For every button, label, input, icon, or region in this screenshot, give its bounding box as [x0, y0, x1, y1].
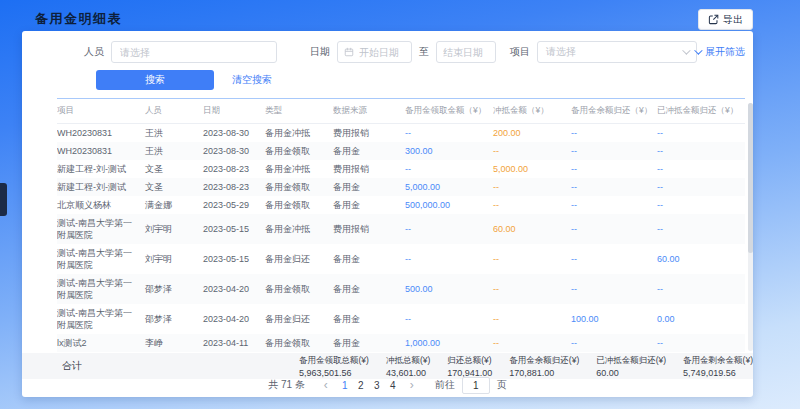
cell-source: 备用金: [333, 178, 405, 196]
table-row: 测试-南昌大学第一附属医院邵梦泽2023-04-20备用金归还备用金----10…: [57, 304, 745, 334]
export-button[interactable]: 导出: [698, 9, 753, 30]
cell-type: 备用金冲抵: [265, 214, 333, 244]
summary-item-label: 备用金余额归还(¥): [509, 355, 579, 367]
cell-offset-return: --: [657, 334, 745, 352]
cell-date: 2023-08-30: [203, 124, 265, 143]
column-header: 备用金余额归还（¥）: [571, 99, 657, 124]
summary-item-label: 冲抵总额(¥): [386, 355, 430, 367]
filter-actions: 搜索 清空搜索: [22, 69, 272, 90]
cell-date: 2023-05-15: [203, 244, 265, 274]
cell-date: 2023-04-11: [203, 334, 265, 352]
column-header: 冲抵金额（¥）: [493, 99, 571, 124]
cell-project: WH20230831: [57, 142, 145, 160]
pagination: 共 71 条 ‹ 1234 › 前往 页: [22, 376, 753, 394]
column-header: 人员: [145, 99, 203, 124]
table-row: 北京顺义杨林满金娜2023-05-29备用金领取备用金500,000.00---…: [57, 196, 745, 214]
cell-offset: 5,000.00: [493, 160, 571, 178]
column-header: 备用金领取金额（¥）: [405, 99, 493, 124]
project-select[interactable]: 请选择: [537, 41, 697, 63]
cell-balance-return: --: [571, 334, 657, 352]
export-button-label: 导出: [723, 13, 743, 27]
cell-balance-return: --: [571, 196, 657, 214]
column-header: 日期: [203, 99, 265, 124]
cell-date: 2023-08-30: [203, 142, 265, 160]
cell-person: 邵梦泽: [145, 304, 203, 334]
cell-date: 2023-04-20: [203, 304, 265, 334]
table-scrollbar[interactable]: [748, 103, 753, 351]
pagination-total: 共 71 条: [268, 378, 305, 392]
clear-search-link[interactable]: 清空搜索: [232, 73, 272, 87]
calendar-icon: [344, 47, 354, 57]
cell-project: 测试-南昌大学第一附属医院: [57, 274, 145, 304]
cell-project: 新建工程-刘-测试: [57, 178, 145, 196]
cell-source: 费用报销: [333, 160, 405, 178]
end-date-input[interactable]: [443, 47, 489, 58]
table-row: 测试-南昌大学第一附属医院刘宇明2023-05-15备用金冲抵费用报销--60.…: [57, 214, 745, 244]
project-select-placeholder: 请选择: [546, 45, 576, 59]
cell-balance-return: --: [571, 274, 657, 304]
cell-offset: --: [493, 196, 571, 214]
cell-offset: --: [493, 334, 571, 352]
end-date-picker[interactable]: [436, 41, 496, 63]
cell-balance-return: --: [571, 214, 657, 244]
cell-offset: --: [493, 142, 571, 160]
cell-balance-return: --: [571, 124, 657, 143]
expand-filters-link[interactable]: 展开筛选: [694, 45, 745, 59]
cell-source: 备用金: [333, 244, 405, 274]
cell-received: 5,000.00: [405, 178, 493, 196]
cell-received: --: [405, 214, 493, 244]
cell-offset-return: --: [657, 124, 745, 143]
scrollbar-thumb[interactable]: [748, 103, 753, 253]
start-date-input[interactable]: [359, 47, 405, 58]
cell-date: 2023-08-23: [203, 160, 265, 178]
page-number[interactable]: 2: [353, 380, 369, 391]
summary-item-label: 已冲抵金额归还(¥): [596, 355, 666, 367]
cell-person: 刘宇明: [145, 244, 203, 274]
cell-date: 2023-04-20: [203, 274, 265, 304]
cell-received: --: [405, 160, 493, 178]
cell-project: lx测试2: [57, 334, 145, 352]
cell-person: 刘宇明: [145, 214, 203, 244]
cell-offset-return: --: [657, 160, 745, 178]
cell-received: 500.00: [405, 274, 493, 304]
next-page-button[interactable]: ›: [404, 378, 420, 392]
cell-offset-return: --: [657, 274, 745, 304]
page-number[interactable]: 1: [337, 380, 353, 391]
cell-source: 备用金: [333, 142, 405, 160]
cell-date: 2023-05-15: [203, 214, 265, 244]
cell-type: 备用金冲抵: [265, 160, 333, 178]
person-select-input[interactable]: [111, 41, 277, 63]
cell-offset-return: --: [657, 178, 745, 196]
prev-page-button[interactable]: ‹: [318, 378, 334, 392]
main-card: 人员 日期 至 项目 请选择: [22, 31, 753, 397]
summary-item-label: 归还总额(¥): [447, 355, 492, 367]
page-number[interactable]: 4: [385, 380, 401, 391]
cell-type: 备用金领取: [265, 274, 333, 304]
cell-source: 费用报销: [333, 124, 405, 143]
cell-project: 新建工程-刘-测试: [57, 160, 145, 178]
cell-type: 备用金归还: [265, 244, 333, 274]
drawer-handle[interactable]: [0, 183, 7, 216]
cell-source: 费用报销: [333, 214, 405, 244]
person-filter-label: 人员: [84, 45, 104, 59]
table-row: 测试-南昌大学第一附属医院刘宇明2023-05-15备用金归还备用金------…: [57, 244, 745, 274]
cell-offset: 60.00: [493, 214, 571, 244]
cell-person: 文圣: [145, 178, 203, 196]
cell-balance-return: --: [571, 178, 657, 196]
expand-filters-label: 展开筛选: [705, 45, 745, 59]
cell-project: WH20230831: [57, 124, 145, 143]
cell-type: 备用金领取: [265, 142, 333, 160]
page-title: 备用金明细表: [35, 10, 122, 28]
start-date-picker[interactable]: [337, 41, 412, 63]
cell-person: 李峥: [145, 334, 203, 352]
goto-page-input[interactable]: [462, 377, 490, 394]
expand-chevron-icon: [694, 46, 702, 54]
column-header: 数据来源: [333, 99, 405, 124]
goto-page-suffix: 页: [497, 378, 507, 392]
page-number[interactable]: 3: [369, 380, 385, 391]
cell-offset: 200.00: [493, 124, 571, 143]
search-button[interactable]: 搜索: [96, 70, 214, 90]
cell-type: 备用金领取: [265, 334, 333, 352]
column-header: 类型: [265, 99, 333, 124]
table-row: WH20230831王洪2023-08-30备用金领取备用金300.00----…: [57, 142, 745, 160]
